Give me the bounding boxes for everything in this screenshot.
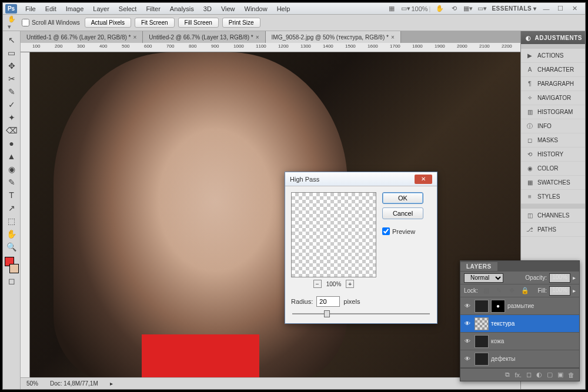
scroll-all-checkbox[interactable]	[22, 19, 29, 26]
layer-group-icon[interactable]: ▢	[547, 371, 553, 378]
menu-filter[interactable]: Filter	[141, 4, 165, 14]
opacity-input[interactable]: 100%	[549, 273, 570, 283]
dialog-close-button[interactable]: ✕	[415, 175, 432, 184]
tool-0[interactable]: ↖	[5, 33, 19, 46]
panel-channels[interactable]: ◫CHANNELS	[521, 209, 585, 223]
layer-thumbnail[interactable]	[475, 335, 489, 348]
lock-image-icon[interactable]: ✎	[495, 286, 504, 296]
workspace-switcher[interactable]: ESSENTIALS ▾	[492, 5, 537, 12]
arrange-icon[interactable]: ▦▾	[463, 4, 473, 14]
filter-preview[interactable]	[291, 192, 376, 277]
visibility-icon[interactable]: 👁	[463, 356, 472, 362]
menu-window[interactable]: Window	[240, 4, 272, 14]
panel-character[interactable]: ACHARACTER	[521, 63, 585, 77]
rotate-icon[interactable]: ⟲	[449, 4, 459, 14]
layer-row[interactable]: 👁●размытие	[460, 297, 579, 315]
tool-12[interactable]: T	[5, 189, 19, 202]
slider-thumb[interactable]	[324, 310, 330, 317]
print-size-button[interactable]: Print Size	[222, 18, 260, 28]
tool-3[interactable]: ✂	[5, 72, 19, 85]
tab-close-icon[interactable]: ×	[133, 34, 136, 41]
layer-fx-icon[interactable]: fx.	[514, 371, 522, 378]
tool-14[interactable]: ⬚	[5, 215, 19, 227]
tool-11[interactable]: ✎	[5, 176, 19, 189]
adjustment-layer-icon[interactable]: ◐	[536, 371, 542, 378]
visibility-icon[interactable]: 👁	[463, 320, 472, 327]
layers-tab[interactable]: LAYERS	[460, 261, 579, 272]
view-extras-icon[interactable]: ▭▾	[401, 4, 410, 14]
tool-9[interactable]: ▲	[5, 150, 19, 163]
tool-5[interactable]: ✓	[5, 98, 19, 111]
panel-history[interactable]: ⟲HISTORY	[521, 148, 585, 162]
maximize-icon[interactable]: ☐	[556, 4, 565, 14]
tool-13[interactable]: ↗	[5, 202, 19, 215]
fill-screen-button[interactable]: Fill Screen	[178, 18, 219, 28]
link-layers-icon[interactable]: ⧉	[505, 371, 510, 378]
layer-thumbnail[interactable]	[475, 317, 489, 330]
zoom-in-button[interactable]: +	[346, 280, 354, 288]
preview-checkbox[interactable]	[382, 227, 390, 235]
menu-analysis[interactable]: Analysis	[165, 4, 199, 14]
minimize-icon[interactable]: —	[542, 4, 551, 14]
status-zoom[interactable]: 50%	[26, 380, 38, 387]
tab-close-icon[interactable]: ×	[391, 34, 395, 41]
background-color[interactable]	[9, 264, 19, 273]
panel-actions[interactable]: ▶ACTIONS	[521, 49, 585, 63]
blend-mode-select[interactable]: Normal	[464, 273, 503, 283]
panel-paths[interactable]: ⎇PATHS	[521, 223, 585, 237]
layer-thumbnail[interactable]	[475, 353, 489, 366]
quick-mask-icon[interactable]: ◻	[5, 274, 19, 287]
doc-tab[interactable]: Untitled-1 @ 66.7% (Layer 20, RGB/8) *×	[21, 31, 143, 43]
tool-2[interactable]: ✥	[5, 59, 19, 72]
tool-10[interactable]: ◉	[5, 163, 19, 176]
tab-close-icon[interactable]: ×	[256, 34, 259, 41]
panel-histogram[interactable]: ▥HISTOGRAM	[521, 105, 585, 119]
doc-tab[interactable]: IMG_9058-2.jpg @ 50% (текстура, RGB/8) *…	[266, 31, 401, 43]
visibility-icon[interactable]: 👁	[463, 303, 472, 309]
tool-16[interactable]: 🔍	[5, 240, 19, 253]
fill-input[interactable]: 100%	[549, 286, 570, 296]
ok-button[interactable]: OK	[382, 192, 423, 204]
lock-transparent-icon[interactable]: ▨	[482, 286, 491, 296]
canvas[interactable]	[30, 52, 520, 377]
launch-bridge-icon[interactable]: ▦	[387, 4, 396, 14]
adjustments-header[interactable]: ◐ADJUSTMENTS	[521, 31, 585, 44]
radius-slider[interactable]	[292, 310, 430, 317]
menu-edit[interactable]: Edit	[41, 4, 61, 14]
preview-checkbox-label[interactable]: Preview	[382, 227, 423, 235]
tool-7[interactable]: ⌫	[5, 124, 19, 137]
layer-row[interactable]: 👁текстура	[460, 315, 579, 333]
scroll-all-windows-check[interactable]: Scroll All Windows	[22, 19, 80, 26]
layer-mask-thumbnail[interactable]: ●	[491, 300, 505, 313]
menu-3d[interactable]: 3D	[199, 4, 216, 14]
panel-color[interactable]: ◉COLOR	[521, 162, 585, 176]
cancel-button[interactable]: Cancel	[382, 207, 423, 219]
layer-row[interactable]: 👁дефекты	[460, 350, 579, 368]
new-layer-icon[interactable]: ▣	[557, 371, 563, 378]
menu-view[interactable]: View	[216, 4, 240, 14]
panel-styles[interactable]: ≡STYLES	[521, 190, 585, 204]
actual-pixels-button[interactable]: Actual Pixels	[85, 18, 131, 28]
radius-input[interactable]	[316, 296, 340, 307]
menu-image[interactable]: Image	[61, 4, 89, 14]
menu-file[interactable]: File	[21, 4, 41, 14]
status-arrow-icon[interactable]: ▸	[110, 380, 113, 387]
close-icon[interactable]: ✕	[570, 4, 579, 14]
layer-row[interactable]: 👁кожа	[460, 333, 579, 350]
layer-mask-icon[interactable]: ◻	[526, 371, 532, 378]
tool-8[interactable]: ●	[5, 137, 19, 150]
zoom-out-button[interactable]: −	[313, 280, 322, 288]
lock-position-icon[interactable]: ✥	[507, 286, 517, 296]
doc-tab[interactable]: Untitled-2 @ 66.7% (Layer 13, RGB/8) *×	[143, 31, 265, 43]
panel-swatches[interactable]: ▦SWATCHES	[521, 176, 585, 190]
fit-screen-button[interactable]: Fit Screen	[135, 18, 175, 28]
layer-thumbnail[interactable]	[475, 300, 489, 313]
zoom-level[interactable]: 100%	[415, 4, 425, 14]
visibility-icon[interactable]: 👁	[463, 338, 472, 344]
tool-1[interactable]: ▭	[5, 46, 19, 59]
color-swatches[interactable]	[5, 257, 19, 273]
panel-info[interactable]: ⓘINFO	[521, 119, 585, 133]
hand-icon[interactable]: ✋	[435, 4, 445, 14]
tool-4[interactable]: ✎	[5, 85, 19, 98]
screen-mode-icon[interactable]: ▭▾	[477, 4, 487, 14]
